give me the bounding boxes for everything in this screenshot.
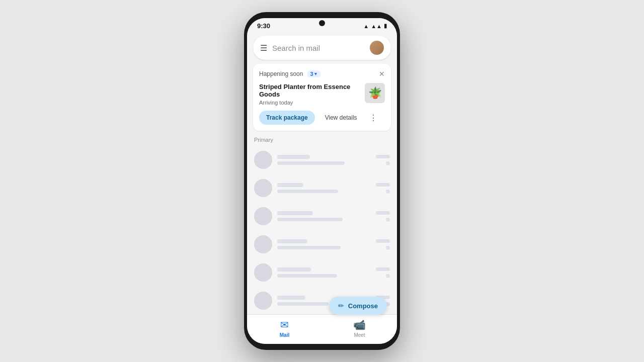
email-content [277,239,371,249]
email-row[interactable] [247,146,397,174]
email-subject-placeholder [277,274,337,278]
app-content: ☰ Search in mail Happening soon 3 ▾ [247,32,397,314]
email-list [247,146,397,314]
hamburger-icon[interactable]: ☰ [260,43,267,53]
package-title: Striped Planter from Essence Goods [259,83,361,98]
happening-soon-header: Happening soon 3 ▾ ✕ [259,70,385,78]
email-meta [376,155,390,165]
email-row[interactable] [247,202,397,230]
email-date-placeholder [376,155,390,158]
track-package-button[interactable]: Track package [259,111,315,125]
email-avatar-placeholder [254,263,272,282]
email-sender-placeholder [277,183,303,187]
wifi-icon: ▲ [363,23,369,29]
email-content [277,211,371,221]
primary-section-label: Primary [247,135,397,146]
email-sender-placeholder [277,296,305,300]
package-card: Striped Planter from Essence Goods Arriv… [259,83,385,106]
email-unread-dot [386,246,390,250]
battery-icon: ▮ [384,23,387,29]
email-row[interactable] [247,258,397,287]
email-subject-placeholder [277,218,343,221]
nav-item-meet[interactable]: 📹 Meet [322,319,397,338]
email-meta [376,267,390,278]
email-subject-placeholder [277,302,329,306]
email-unread-dot [386,218,390,222]
camera-notch [319,20,325,26]
happening-soon-label: Happening soon [259,70,303,77]
search-placeholder[interactable]: Search in mail [272,44,370,52]
more-options-button[interactable]: ⋮ [367,111,379,125]
email-avatar-placeholder [254,179,272,197]
status-icons: ▲ ▲▲ ▮ [363,23,387,29]
signal-icon: ▲▲ [371,23,382,29]
email-sender-placeholder [277,267,311,272]
email-date-placeholder [376,239,390,243]
mail-icon: ✉ [280,319,289,331]
package-image: 🪴 [365,83,385,103]
compose-fab[interactable]: ✏ Compose [329,297,387,315]
chevron-down-icon: ▾ [314,71,317,76]
view-details-button[interactable]: View details [319,111,363,125]
happening-soon-badge[interactable]: 3 ▾ [307,70,320,77]
avatar[interactable] [370,41,384,55]
email-date-placeholder [376,267,390,271]
search-bar[interactable]: ☰ Search in mail [253,36,391,60]
email-unread-dot [386,190,390,194]
status-time: 9:30 [257,22,270,30]
email-sender-placeholder [277,211,313,215]
email-sender-placeholder [277,239,307,243]
email-avatar-placeholder [254,151,272,169]
email-avatar-placeholder [254,207,272,225]
close-button[interactable]: ✕ [379,70,385,78]
email-content [277,267,371,278]
card-actions: Track package View details ⋮ [259,111,385,125]
package-subtitle: Arriving today [259,100,361,106]
mail-nav-label: Mail [280,332,289,338]
compose-icon: ✏ [338,302,344,310]
happening-soon-left: Happening soon 3 ▾ [259,70,321,77]
email-unread-dot [386,161,390,165]
email-avatar-placeholder [254,292,272,310]
phone-screen: 9:30 ▲ ▲▲ ▮ ☰ Search in mail Hap [247,18,397,344]
meet-icon: 📹 [353,319,366,331]
happening-soon-card: Happening soon 3 ▾ ✕ Striped Planter fro… [253,64,391,131]
email-avatar-placeholder [254,235,272,253]
email-meta [376,183,390,194]
phone-frame: 9:30 ▲ ▲▲ ▮ ☰ Search in mail Hap [244,12,400,350]
package-info: Striped Planter from Essence Goods Arriv… [259,83,361,106]
email-content [277,183,371,193]
email-subject-placeholder [277,161,345,165]
planter-emoji: 🪴 [368,86,382,100]
email-meta [376,239,390,250]
nav-item-mail[interactable]: ✉ Mail [247,319,322,338]
email-sender-placeholder [277,155,310,159]
meet-nav-label: Meet [354,332,365,338]
email-subject-placeholder [277,246,341,249]
email-unread-dot [386,274,390,278]
badge-count: 3 [310,71,313,77]
avatar-image [370,41,384,55]
email-date-placeholder [376,211,390,215]
email-content [277,155,371,165]
email-date-placeholder [376,183,390,187]
compose-label: Compose [348,302,378,310]
email-subject-placeholder [277,190,338,193]
bottom-navigation: ✉ Mail 📹 Meet [247,314,397,344]
email-row[interactable] [247,230,397,258]
email-row[interactable] [247,174,397,202]
email-meta [376,211,390,222]
